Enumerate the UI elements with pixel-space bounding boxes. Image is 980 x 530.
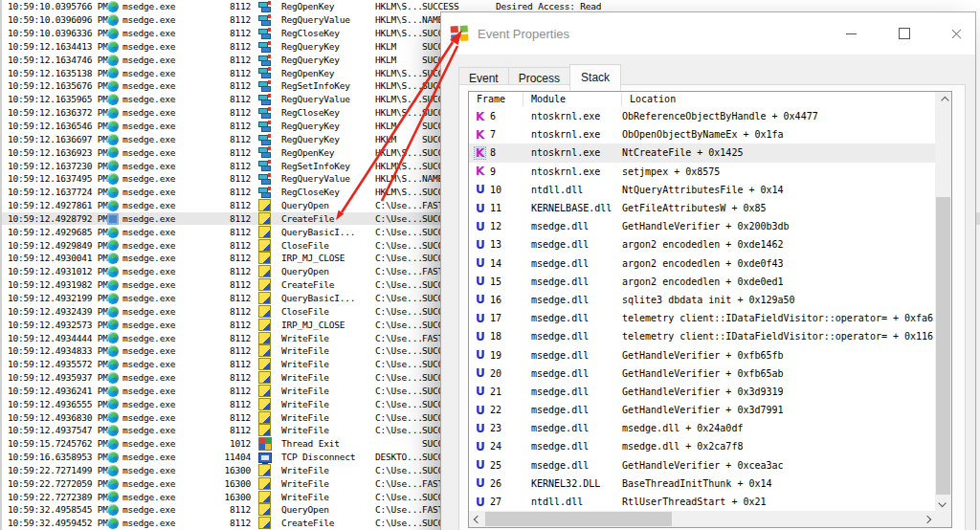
maximize-button[interactable]: [883, 12, 925, 55]
pid-cell: 8112: [203, 55, 251, 65]
operation-icon-cell: [251, 252, 281, 264]
frame-location: argon2_encodedlen + 0xde1462: [622, 239, 935, 250]
stack-frame-row[interactable]: K7ntoskrnl.exeObOpenObjectByNameEx + 0x1…: [469, 125, 935, 144]
process-name-cell: msedge.exe: [122, 425, 203, 435]
msedge-icon: [107, 425, 119, 436]
dialog-titlebar[interactable]: Event Properties: [441, 12, 975, 55]
process-name-cell: msedge.exe: [122, 121, 203, 131]
vertical-scrollbar[interactable]: [935, 92, 951, 511]
stack-frame-row[interactable]: U13msedge.dllargon2_encodedlen + 0xde146…: [469, 235, 935, 254]
msedge-icon: [107, 359, 119, 370]
stack-frame-row[interactable]: U26KERNEL32.DLLBaseThreadInitThunk + 0x1…: [469, 475, 935, 493]
user-frame-icon: U: [475, 386, 486, 397]
stack-frame-row[interactable]: K8ntoskrnl.exeNtCreateFile + 0x1425: [469, 144, 935, 162]
operation-icon-cell: [251, 67, 281, 79]
frame-location: GetHandleVerifier + 0x3d7991: [622, 405, 935, 415]
event-time-cell: 10:59:32.4958545 PM: [2, 504, 107, 515]
file-icon: [258, 332, 271, 344]
frame-location: ObOpenObjectByNameEx + 0x1fa: [622, 129, 935, 140]
operation-icon-cell: [251, 358, 281, 370]
user-frame-icon: U: [475, 367, 486, 379]
event-time-cell: 10:59:10.0396336 PM: [2, 28, 107, 38]
close-button[interactable]: [935, 12, 977, 55]
process-icon-cell: [107, 80, 122, 93]
process-icon-cell: [107, 27, 122, 39]
pid-cell: 1012: [203, 438, 251, 449]
vertical-scrollbar-thumb[interactable]: [936, 197, 950, 495]
event-time-cell: 10:59:12.4935572 PM: [2, 359, 107, 369]
stack-frame-row[interactable]: U18msedge.dlltelemetry_client::IDataFiel…: [469, 327, 935, 345]
process-icon-cell: [107, 253, 122, 265]
stack-frame-row[interactable]: U27ntdll.dllRtlUserThreadStart + 0x21: [469, 493, 935, 511]
scroll-down-button[interactable]: [935, 495, 951, 511]
stack-frame-row[interactable]: U12msedge.dllGetHandleVerifier + 0x200b3…: [469, 217, 935, 235]
pid-cell: 8112: [203, 293, 251, 303]
msedge-icon: [107, 28, 119, 39]
pid-cell: 8112: [203, 399, 251, 409]
stack-frame-row[interactable]: U15msedge.dllargon2_encodedlen + 0xde0ed…: [469, 273, 935, 291]
operation-icon-cell: [251, 212, 281, 225]
stack-frame-row[interactable]: U11KERNELBASE.dllGetFileAttributesW + 0x…: [469, 199, 935, 217]
stack-frame-row[interactable]: U25msedge.dllGetHandleVerifier + 0xcea3a…: [469, 456, 935, 475]
operation-icon-cell: [251, 517, 281, 529]
stack-frame-row[interactable]: U24msedge.dllmsedge.dll + 0x2ca7f8: [469, 437, 935, 455]
stack-frame-row[interactable]: U16msedge.dllsqlite3_dbdata_init + 0x129…: [469, 291, 935, 309]
path-cell: C:\Use...: [375, 492, 422, 502]
horizontal-scrollbar[interactable]: [469, 511, 935, 527]
path-cell: C:\Use...: [375, 412, 422, 423]
scroll-left-button[interactable]: [469, 511, 485, 527]
column-header-frame[interactable]: Frame: [469, 93, 523, 106]
stack-frame-row[interactable]: U23msedge.dllmsedge.dll + 0x24a0df: [469, 419, 935, 437]
minimize-button[interactable]: [830, 12, 872, 55]
stack-frame-row[interactable]: U21msedge.dllGetHandleVerifier + 0x3d931…: [469, 383, 935, 401]
pid-cell: 8112: [203, 94, 251, 104]
process-name-cell: msedge.exe: [122, 478, 203, 489]
operation-cell: WriteFile: [281, 345, 375, 356]
operation-icon-cell: [251, 199, 281, 211]
stack-frame-row[interactable]: U14msedge.dllargon2_encodedlen + 0xde0f4…: [469, 254, 935, 273]
stack-frame-row[interactable]: U10ntdll.dllNtQueryAttributesFile + 0x14: [469, 181, 935, 199]
operation-icon-cell: [251, 120, 281, 132]
frame-ring-icon-cell: K: [469, 147, 490, 159]
user-frame-icon: U: [475, 405, 486, 416]
chevron-up-icon: [941, 96, 948, 103]
stack-frame-row[interactable]: U17msedge.dlltelemetry_client::IDataFiel…: [469, 309, 935, 327]
horizontal-scrollbar-thumb[interactable]: [485, 512, 672, 526]
msedge-icon: [107, 107, 119, 119]
result-cell: SUCCESS: [422, 1, 496, 11]
event-time-cell: 10:59:12.4931982 PM: [2, 279, 107, 290]
event-time-cell: 10:59:12.1636923 PM: [2, 147, 107, 158]
column-header-module[interactable]: Module: [523, 93, 622, 106]
frame-ring-icon-cell: U: [469, 477, 490, 489]
path-cell: HKLM: [375, 134, 422, 144]
stack-frame-row[interactable]: U19msedge.dllGetHandleVerifier + 0xfb65f…: [469, 345, 935, 364]
process-icon-cell: [107, 438, 122, 451]
event-time-cell: 10:59:22.7272389 PM: [2, 492, 107, 502]
msedge-icon: [107, 465, 119, 476]
file-icon: [258, 477, 271, 490]
column-header-location[interactable]: Location: [622, 93, 951, 106]
stack-frame-row[interactable]: K6ntoskrnl.exeObReferenceObjectByHandle …: [469, 107, 935, 125]
stack-frame-row[interactable]: U20msedge.dllGetHandleVerifier + 0xfb65a…: [469, 364, 935, 383]
msedge-icon: [107, 134, 119, 145]
pid-cell: 8112: [203, 320, 251, 330]
pid-cell: 8112: [203, 227, 251, 237]
path-cell: HKLM\S...: [375, 1, 422, 11]
file-icon: [258, 464, 271, 476]
process-name-cell: msedge.exe: [122, 173, 203, 184]
tab-stack[interactable]: Stack: [569, 64, 621, 91]
stack-frame-row[interactable]: K9ntoskrnl.exesetjmpex + 0x8575: [469, 163, 935, 181]
event-time-cell: 10:59:12.1637230 PM: [2, 161, 107, 171]
frame-ring-icon-cell: U: [469, 331, 490, 342]
frame-ring-icon-cell: U: [469, 441, 490, 453]
process-icon-cell: [107, 146, 122, 159]
event-time-cell: 10:59:12.4934833 PM: [2, 345, 107, 356]
pid-cell: 8112: [203, 200, 251, 210]
pid-cell: 8112: [203, 240, 251, 251]
msedge-icon: [107, 386, 119, 397]
scroll-up-button[interactable]: [935, 92, 951, 108]
operation-cell: RegQueryValue: [281, 94, 375, 104]
scroll-right-button[interactable]: [919, 511, 935, 527]
user-frame-icon: U: [475, 459, 486, 471]
stack-frame-row[interactable]: U22msedge.dllGetHandleVerifier + 0x3d799…: [469, 401, 935, 419]
